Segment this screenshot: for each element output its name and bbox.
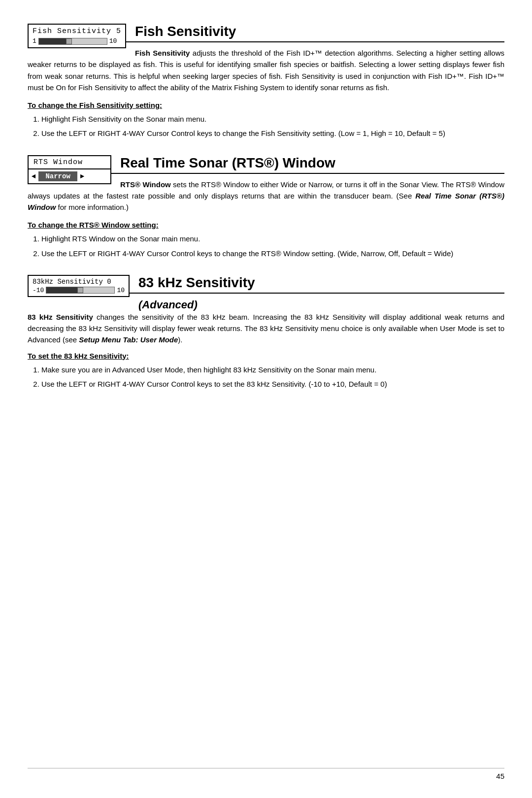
fish-sensitivity-widget: Fish Sensitivity 5 1 10 [28,24,126,48]
rts-widget-title: RTS Window [29,156,110,168]
rts-value: Narrow [38,171,77,181]
rts-control-row: ◄ Narrow ► [29,168,110,183]
khz-italic: Setup Menu Tab: User Mode [79,335,178,344]
khz-slider-min: -10 [33,287,44,294]
page-number: 45 [496,772,504,780]
fish-sensitivity-subheading: To change the Fish Sensitivity setting: [28,101,504,109]
rts-step-2: Use the LEFT or RIGHT 4-WAY Cursor Contr… [41,248,504,259]
khz-slider-thumb [77,287,83,293]
khz-slider-max: 10 [117,287,125,294]
khz-step-1: Make sure you are in Advanced User Mode,… [41,364,504,375]
khz-advanced-label: (Advanced) [28,299,504,311]
khz-bold: 83 kHz Sensitivity [28,313,93,321]
khz-subheading: To set the 83 kHz Sensitivity: [28,352,504,360]
khz-body: 83 kHz Sensitivity changes the sensitivi… [28,311,504,346]
khz-sensitivity-section: 83kHz Sensitivity 0 -10 10 83 kHz Sensit… [28,275,504,390]
khz-widget: 83kHz Sensitivity 0 -10 10 [28,275,130,297]
rts-steps: Highlight RTS Window on the Sonar main m… [41,233,504,259]
bottom-rule [28,768,504,768]
slider-max-label: 10 [109,37,117,46]
khz-slider-track [46,287,115,294]
fish-sensitivity-body: Fish Sensitivity adjusts the threshold o… [28,47,504,93]
khz-step-2: Use the LEFT or RIGHT 4-WAY Cursor Contr… [41,378,504,390]
fish-slider-track [38,38,107,45]
khz-steps: Make sure you are in Advanced User Mode,… [41,364,504,390]
fish-sensitivity-header: Fish Sensitivity 5 1 10 Fish Sensitivity… [28,24,504,99]
rts-widget: RTS Window ◄ Narrow ► [28,155,111,184]
rts-right-arrow: ► [80,172,84,180]
rts-subheading: To change the RTS® Window setting: [28,221,504,229]
rts-body-italic: Real Time Sonar (RTS®) Window [28,192,504,211]
khz-widget-title: 83kHz Sensitivity 0 [33,278,125,286]
fish-sensitivity-bold: Fish Sensitivity [135,49,190,57]
fish-widget-title: Fish Sensitivity 5 [33,27,121,36]
rts-step-1: Highlight RTS Window on the Sonar main m… [41,233,504,244]
fish-sensitivity-section: Fish Sensitivity 5 1 10 Fish Sensitivity… [28,24,504,139]
rts-bold: RTS® Window [120,180,171,189]
slider-min-label: 1 [33,37,36,46]
fish-step-2: Use the LEFT or RIGHT 4-WAY Cursor Contr… [41,128,504,139]
khz-slider-fill [46,287,80,293]
rts-header: RTS Window ◄ Narrow ► Real Time Sonar (R… [28,155,504,219]
rts-left-arrow: ◄ [32,172,35,180]
rts-window-section: RTS Window ◄ Narrow ► Real Time Sonar (R… [28,155,504,259]
fish-step-1: Highlight Fish Sensitivity on the Sonar … [41,113,504,125]
fish-slider-thumb [66,38,72,44]
fish-slider-fill [39,38,69,44]
khz-header: 83kHz Sensitivity 0 -10 10 83 kHz Sensit… [28,275,504,311]
fish-sensitivity-steps: Highlight Fish Sensitivity on the Sonar … [41,113,504,139]
